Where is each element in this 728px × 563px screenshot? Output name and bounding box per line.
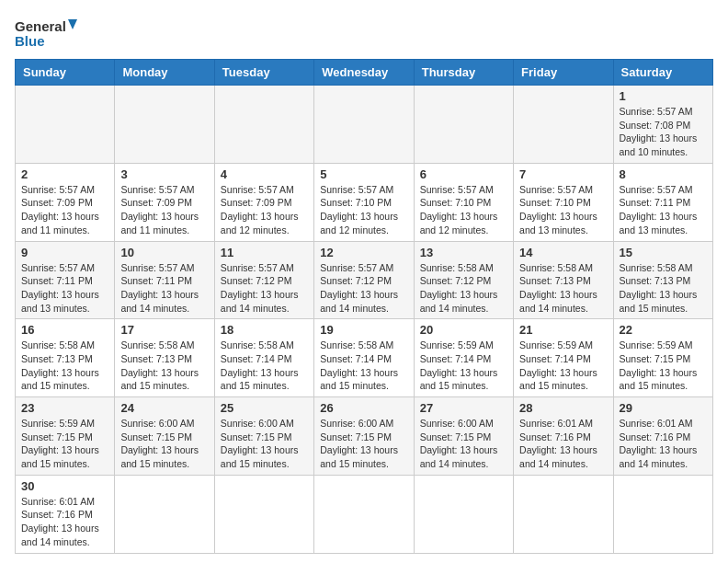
day-info: Sunrise: 5:58 AM Sunset: 7:13 PM Dayligh… <box>120 339 208 393</box>
day-info: Sunrise: 5:59 AM Sunset: 7:15 PM Dayligh… <box>21 417 108 471</box>
day-info: Sunrise: 5:57 AM Sunset: 7:09 PM Dayligh… <box>120 183 208 237</box>
day-number: 11 <box>221 246 308 259</box>
calendar-cell <box>314 86 414 164</box>
day-info: Sunrise: 5:57 AM Sunset: 7:08 PM Dayligh… <box>620 105 707 159</box>
calendar-cell: 7Sunrise: 5:57 AM Sunset: 7:10 PM Daylig… <box>514 163 613 241</box>
week-row-6: 30Sunrise: 6:01 AM Sunset: 7:16 PM Dayli… <box>16 475 713 553</box>
day-number: 9 <box>21 246 108 259</box>
day-info: Sunrise: 5:57 AM Sunset: 7:11 PM Dayligh… <box>120 261 208 316</box>
day-number: 26 <box>320 401 407 415</box>
day-info: Sunrise: 5:58 AM Sunset: 7:14 PM Dayligh… <box>221 339 308 393</box>
day-number: 19 <box>320 323 407 337</box>
week-row-3: 9Sunrise: 5:57 AM Sunset: 7:11 PM Daylig… <box>16 241 713 319</box>
svg-text:General: General <box>15 18 66 34</box>
calendar-cell: 11Sunrise: 5:57 AM Sunset: 7:12 PM Dayli… <box>214 241 313 319</box>
day-number: 20 <box>420 323 507 337</box>
calendar-cell <box>414 86 513 164</box>
week-row-2: 2Sunrise: 5:57 AM Sunset: 7:09 PM Daylig… <box>16 163 713 241</box>
calendar-cell: 19Sunrise: 5:58 AM Sunset: 7:14 PM Dayli… <box>314 319 414 397</box>
day-number: 13 <box>420 246 507 259</box>
calendar-cell: 21Sunrise: 5:59 AM Sunset: 7:14 PM Dayli… <box>514 319 613 397</box>
week-row-4: 16Sunrise: 5:58 AM Sunset: 7:13 PM Dayli… <box>16 319 713 397</box>
day-number: 23 <box>21 401 108 415</box>
day-number: 24 <box>120 401 208 415</box>
day-number: 27 <box>420 401 507 415</box>
day-info: Sunrise: 5:59 AM Sunset: 7:14 PM Dayligh… <box>420 339 507 393</box>
calendar-cell: 20Sunrise: 5:59 AM Sunset: 7:14 PM Dayli… <box>414 319 513 397</box>
day-number: 16 <box>21 323 108 337</box>
day-number: 5 <box>320 167 407 181</box>
weekday-header-thursday: Thursday <box>414 60 513 86</box>
day-number: 25 <box>221 401 308 415</box>
day-number: 22 <box>620 323 707 337</box>
weekday-header-sunday: Sunday <box>16 60 115 86</box>
day-number: 15 <box>620 246 707 259</box>
day-number: 6 <box>420 167 507 181</box>
day-info: Sunrise: 5:58 AM Sunset: 7:14 PM Dayligh… <box>320 339 407 393</box>
calendar-cell: 23Sunrise: 5:59 AM Sunset: 7:15 PM Dayli… <box>16 397 115 476</box>
calendar-cell <box>115 86 214 164</box>
calendar-cell: 24Sunrise: 6:00 AM Sunset: 7:15 PM Dayli… <box>115 397 214 476</box>
day-info: Sunrise: 5:57 AM Sunset: 7:12 PM Dayligh… <box>320 261 407 316</box>
logo: GeneralBlue <box>15 15 88 52</box>
calendar-cell <box>115 475 214 553</box>
day-info: Sunrise: 5:57 AM Sunset: 7:10 PM Dayligh… <box>420 183 507 237</box>
day-number: 18 <box>221 323 308 337</box>
day-info: Sunrise: 5:58 AM Sunset: 7:12 PM Dayligh… <box>420 261 507 316</box>
day-number: 10 <box>120 246 208 259</box>
calendar-cell <box>214 86 313 164</box>
logo-icon: GeneralBlue <box>15 15 88 52</box>
weekday-header-friday: Friday <box>514 60 613 86</box>
day-info: Sunrise: 6:00 AM Sunset: 7:15 PM Dayligh… <box>320 417 407 471</box>
day-info: Sunrise: 5:57 AM Sunset: 7:10 PM Dayligh… <box>519 183 607 237</box>
day-info: Sunrise: 5:58 AM Sunset: 7:13 PM Dayligh… <box>21 339 108 393</box>
calendar-cell: 6Sunrise: 5:57 AM Sunset: 7:10 PM Daylig… <box>414 163 513 241</box>
calendar-cell: 4Sunrise: 5:57 AM Sunset: 7:09 PM Daylig… <box>214 163 313 241</box>
weekday-header-wednesday: Wednesday <box>314 60 414 86</box>
calendar-cell <box>214 475 313 553</box>
calendar-cell: 13Sunrise: 5:58 AM Sunset: 7:12 PM Dayli… <box>414 241 513 319</box>
day-number: 28 <box>519 401 607 415</box>
calendar-cell: 18Sunrise: 5:58 AM Sunset: 7:14 PM Dayli… <box>214 319 313 397</box>
calendar-cell: 16Sunrise: 5:58 AM Sunset: 7:13 PM Dayli… <box>16 319 115 397</box>
day-info: Sunrise: 6:00 AM Sunset: 7:15 PM Dayligh… <box>221 417 308 471</box>
day-info: Sunrise: 5:59 AM Sunset: 7:15 PM Dayligh… <box>620 339 707 393</box>
svg-text:Blue: Blue <box>15 33 45 49</box>
calendar-cell: 22Sunrise: 5:59 AM Sunset: 7:15 PM Dayli… <box>613 319 712 397</box>
week-row-1: 1Sunrise: 5:57 AM Sunset: 7:08 PM Daylig… <box>16 86 713 164</box>
calendar-cell <box>613 475 712 553</box>
calendar-cell <box>514 475 613 553</box>
day-info: Sunrise: 5:57 AM Sunset: 7:09 PM Dayligh… <box>221 183 308 237</box>
calendar-cell <box>414 475 513 553</box>
day-info: Sunrise: 5:59 AM Sunset: 7:14 PM Dayligh… <box>519 339 607 393</box>
calendar-cell: 26Sunrise: 6:00 AM Sunset: 7:15 PM Dayli… <box>314 397 414 476</box>
day-info: Sunrise: 5:58 AM Sunset: 7:13 PM Dayligh… <box>620 261 707 316</box>
day-number: 2 <box>21 167 108 181</box>
day-info: Sunrise: 5:57 AM Sunset: 7:12 PM Dayligh… <box>221 261 308 316</box>
svg-marker-2 <box>68 19 77 29</box>
day-info: Sunrise: 6:01 AM Sunset: 7:16 PM Dayligh… <box>21 495 108 549</box>
day-info: Sunrise: 6:01 AM Sunset: 7:16 PM Dayligh… <box>519 417 607 471</box>
calendar-cell: 14Sunrise: 5:58 AM Sunset: 7:13 PM Dayli… <box>514 241 613 319</box>
calendar-cell <box>514 86 613 164</box>
week-row-5: 23Sunrise: 5:59 AM Sunset: 7:15 PM Dayli… <box>16 397 713 476</box>
calendar-table: SundayMondayTuesdayWednesdayThursdayFrid… <box>15 59 713 554</box>
day-info: Sunrise: 5:57 AM Sunset: 7:10 PM Dayligh… <box>320 183 407 237</box>
day-info: Sunrise: 6:00 AM Sunset: 7:15 PM Dayligh… <box>120 417 208 471</box>
day-number: 21 <box>519 323 607 337</box>
day-info: Sunrise: 5:57 AM Sunset: 7:11 PM Dayligh… <box>21 261 108 316</box>
calendar-cell <box>16 86 115 164</box>
day-number: 4 <box>221 167 308 181</box>
calendar-cell: 29Sunrise: 6:01 AM Sunset: 7:16 PM Dayli… <box>613 397 712 476</box>
calendar-cell: 28Sunrise: 6:01 AM Sunset: 7:16 PM Dayli… <box>514 397 613 476</box>
day-info: Sunrise: 5:57 AM Sunset: 7:11 PM Dayligh… <box>620 183 707 237</box>
day-info: Sunrise: 6:00 AM Sunset: 7:15 PM Dayligh… <box>420 417 507 471</box>
calendar-cell <box>314 475 414 553</box>
day-number: 8 <box>620 167 707 181</box>
day-number: 12 <box>320 246 407 259</box>
day-info: Sunrise: 6:01 AM Sunset: 7:16 PM Dayligh… <box>620 417 707 471</box>
calendar-cell: 12Sunrise: 5:57 AM Sunset: 7:12 PM Dayli… <box>314 241 414 319</box>
calendar-cell: 5Sunrise: 5:57 AM Sunset: 7:10 PM Daylig… <box>314 163 414 241</box>
calendar-cell: 2Sunrise: 5:57 AM Sunset: 7:09 PM Daylig… <box>16 163 115 241</box>
calendar-cell: 25Sunrise: 6:00 AM Sunset: 7:15 PM Dayli… <box>214 397 313 476</box>
